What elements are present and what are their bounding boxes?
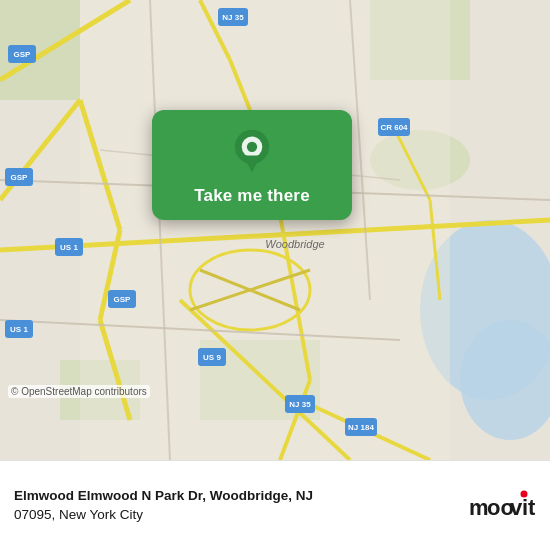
map-view[interactable]: GSP GSP US 1 NJ 35 GSP US 1 US 9 NJ 35 N… bbox=[0, 0, 550, 460]
svg-text:GSP: GSP bbox=[114, 295, 132, 304]
address-line1: Elmwood Elmwood N Park Dr, Woodbridge, N… bbox=[14, 487, 456, 506]
svg-text:GSP: GSP bbox=[14, 50, 32, 59]
svg-text:US 9: US 9 bbox=[203, 353, 221, 362]
take-me-there-button[interactable]: Take me there bbox=[194, 186, 310, 206]
svg-text:t: t bbox=[528, 495, 535, 520]
svg-text:NJ 35: NJ 35 bbox=[289, 400, 311, 409]
svg-text:Woodbridge: Woodbridge bbox=[265, 238, 324, 250]
svg-text:NJ 184: NJ 184 bbox=[348, 423, 374, 432]
svg-text:CR 604: CR 604 bbox=[380, 123, 408, 132]
svg-text:US 1: US 1 bbox=[10, 325, 28, 334]
svg-text:GSP: GSP bbox=[11, 173, 29, 182]
map-attribution: © OpenStreetMap contributors bbox=[8, 385, 150, 398]
moovit-logo-svg: m oo v i t bbox=[467, 489, 535, 523]
svg-text:NJ 35: NJ 35 bbox=[222, 13, 244, 22]
location-pin-icon bbox=[228, 128, 276, 176]
address-block: Elmwood Elmwood N Park Dr, Woodbridge, N… bbox=[14, 487, 456, 525]
moovit-logo: m oo v i t bbox=[466, 488, 536, 524]
action-card[interactable]: Take me there bbox=[152, 110, 352, 220]
svg-marker-56 bbox=[243, 155, 260, 172]
svg-point-61 bbox=[521, 490, 528, 497]
svg-text:m: m bbox=[469, 495, 489, 520]
svg-text:US 1: US 1 bbox=[60, 243, 78, 252]
address-line2: 07095, New York City bbox=[14, 506, 456, 525]
bottom-info-bar: Elmwood Elmwood N Park Dr, Woodbridge, N… bbox=[0, 460, 550, 550]
svg-point-55 bbox=[247, 142, 257, 152]
